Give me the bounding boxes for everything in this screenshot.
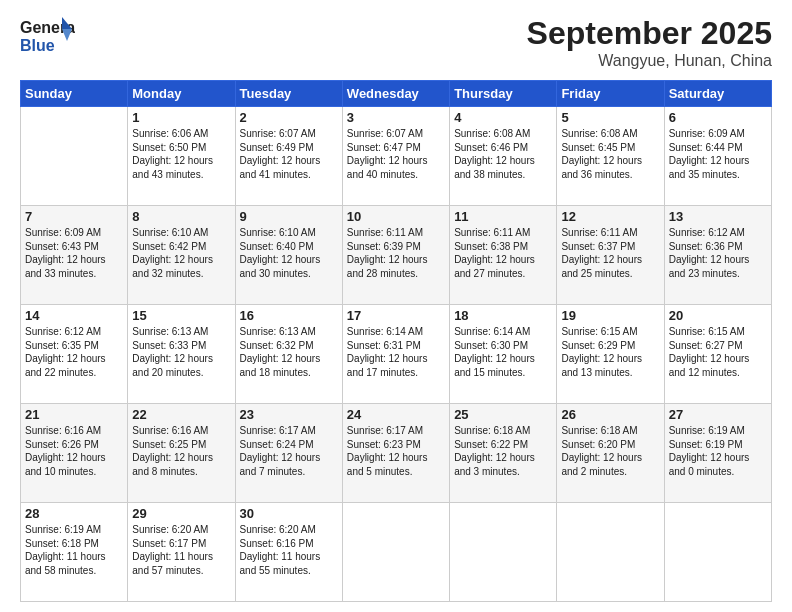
calendar-cell: 6Sunrise: 6:09 AM Sunset: 6:44 PM Daylig…: [664, 107, 771, 206]
day-info: Sunrise: 6:11 AM Sunset: 6:39 PM Dayligh…: [347, 226, 445, 280]
calendar-header-tuesday: Tuesday: [235, 81, 342, 107]
day-number: 27: [669, 407, 767, 422]
calendar-cell: [342, 503, 449, 602]
calendar-header-monday: Monday: [128, 81, 235, 107]
day-info: Sunrise: 6:15 AM Sunset: 6:29 PM Dayligh…: [561, 325, 659, 379]
calendar-table: SundayMondayTuesdayWednesdayThursdayFrid…: [20, 80, 772, 602]
day-number: 3: [347, 110, 445, 125]
day-info: Sunrise: 6:12 AM Sunset: 6:36 PM Dayligh…: [669, 226, 767, 280]
calendar-cell: [557, 503, 664, 602]
calendar-header-wednesday: Wednesday: [342, 81, 449, 107]
calendar-cell: 9Sunrise: 6:10 AM Sunset: 6:40 PM Daylig…: [235, 206, 342, 305]
logo: General Blue: [20, 15, 75, 64]
day-info: Sunrise: 6:09 AM Sunset: 6:43 PM Dayligh…: [25, 226, 123, 280]
calendar-cell: 13Sunrise: 6:12 AM Sunset: 6:36 PM Dayli…: [664, 206, 771, 305]
calendar-cell: [450, 503, 557, 602]
calendar-header-sunday: Sunday: [21, 81, 128, 107]
day-info: Sunrise: 6:17 AM Sunset: 6:24 PM Dayligh…: [240, 424, 338, 478]
calendar-cell: 12Sunrise: 6:11 AM Sunset: 6:37 PM Dayli…: [557, 206, 664, 305]
day-number: 9: [240, 209, 338, 224]
calendar-week-row: 14Sunrise: 6:12 AM Sunset: 6:35 PM Dayli…: [21, 305, 772, 404]
day-info: Sunrise: 6:16 AM Sunset: 6:25 PM Dayligh…: [132, 424, 230, 478]
calendar-week-row: 21Sunrise: 6:16 AM Sunset: 6:26 PM Dayli…: [21, 404, 772, 503]
day-number: 1: [132, 110, 230, 125]
day-number: 22: [132, 407, 230, 422]
day-number: 6: [669, 110, 767, 125]
calendar-cell: 2Sunrise: 6:07 AM Sunset: 6:49 PM Daylig…: [235, 107, 342, 206]
calendar-cell: 7Sunrise: 6:09 AM Sunset: 6:43 PM Daylig…: [21, 206, 128, 305]
day-number: 10: [347, 209, 445, 224]
day-number: 19: [561, 308, 659, 323]
calendar-cell: 20Sunrise: 6:15 AM Sunset: 6:27 PM Dayli…: [664, 305, 771, 404]
day-number: 28: [25, 506, 123, 521]
day-info: Sunrise: 6:18 AM Sunset: 6:20 PM Dayligh…: [561, 424, 659, 478]
day-info: Sunrise: 6:19 AM Sunset: 6:18 PM Dayligh…: [25, 523, 123, 577]
day-info: Sunrise: 6:07 AM Sunset: 6:47 PM Dayligh…: [347, 127, 445, 181]
calendar-header-thursday: Thursday: [450, 81, 557, 107]
calendar-cell: 14Sunrise: 6:12 AM Sunset: 6:35 PM Dayli…: [21, 305, 128, 404]
calendar-week-row: 28Sunrise: 6:19 AM Sunset: 6:18 PM Dayli…: [21, 503, 772, 602]
day-info: Sunrise: 6:13 AM Sunset: 6:32 PM Dayligh…: [240, 325, 338, 379]
day-info: Sunrise: 6:14 AM Sunset: 6:31 PM Dayligh…: [347, 325, 445, 379]
calendar-cell: 29Sunrise: 6:20 AM Sunset: 6:17 PM Dayli…: [128, 503, 235, 602]
header: General Blue September 2025 Wangyue, Hun…: [20, 15, 772, 70]
calendar-cell: [664, 503, 771, 602]
calendar-cell: 27Sunrise: 6:19 AM Sunset: 6:19 PM Dayli…: [664, 404, 771, 503]
day-number: 14: [25, 308, 123, 323]
day-info: Sunrise: 6:16 AM Sunset: 6:26 PM Dayligh…: [25, 424, 123, 478]
day-info: Sunrise: 6:20 AM Sunset: 6:17 PM Dayligh…: [132, 523, 230, 577]
calendar-cell: 11Sunrise: 6:11 AM Sunset: 6:38 PM Dayli…: [450, 206, 557, 305]
day-info: Sunrise: 6:12 AM Sunset: 6:35 PM Dayligh…: [25, 325, 123, 379]
day-info: Sunrise: 6:18 AM Sunset: 6:22 PM Dayligh…: [454, 424, 552, 478]
calendar-cell: 18Sunrise: 6:14 AM Sunset: 6:30 PM Dayli…: [450, 305, 557, 404]
svg-text:Blue: Blue: [20, 37, 55, 54]
calendar-cell: 25Sunrise: 6:18 AM Sunset: 6:22 PM Dayli…: [450, 404, 557, 503]
calendar-cell: 28Sunrise: 6:19 AM Sunset: 6:18 PM Dayli…: [21, 503, 128, 602]
day-info: Sunrise: 6:09 AM Sunset: 6:44 PM Dayligh…: [669, 127, 767, 181]
day-number: 11: [454, 209, 552, 224]
day-number: 24: [347, 407, 445, 422]
day-info: Sunrise: 6:19 AM Sunset: 6:19 PM Dayligh…: [669, 424, 767, 478]
day-number: 20: [669, 308, 767, 323]
calendar-cell: 1Sunrise: 6:06 AM Sunset: 6:50 PM Daylig…: [128, 107, 235, 206]
calendar-cell: 26Sunrise: 6:18 AM Sunset: 6:20 PM Dayli…: [557, 404, 664, 503]
day-number: 29: [132, 506, 230, 521]
day-number: 5: [561, 110, 659, 125]
calendar-cell: 10Sunrise: 6:11 AM Sunset: 6:39 PM Dayli…: [342, 206, 449, 305]
day-number: 8: [132, 209, 230, 224]
day-info: Sunrise: 6:06 AM Sunset: 6:50 PM Dayligh…: [132, 127, 230, 181]
calendar-cell: 3Sunrise: 6:07 AM Sunset: 6:47 PM Daylig…: [342, 107, 449, 206]
day-number: 17: [347, 308, 445, 323]
calendar-cell: 16Sunrise: 6:13 AM Sunset: 6:32 PM Dayli…: [235, 305, 342, 404]
calendar-header-row: SundayMondayTuesdayWednesdayThursdayFrid…: [21, 81, 772, 107]
day-info: Sunrise: 6:15 AM Sunset: 6:27 PM Dayligh…: [669, 325, 767, 379]
day-info: Sunrise: 6:10 AM Sunset: 6:42 PM Dayligh…: [132, 226, 230, 280]
day-info: Sunrise: 6:08 AM Sunset: 6:46 PM Dayligh…: [454, 127, 552, 181]
calendar-cell: 19Sunrise: 6:15 AM Sunset: 6:29 PM Dayli…: [557, 305, 664, 404]
day-number: 21: [25, 407, 123, 422]
calendar-week-row: 7Sunrise: 6:09 AM Sunset: 6:43 PM Daylig…: [21, 206, 772, 305]
calendar-week-row: 1Sunrise: 6:06 AM Sunset: 6:50 PM Daylig…: [21, 107, 772, 206]
calendar-cell: 15Sunrise: 6:13 AM Sunset: 6:33 PM Dayli…: [128, 305, 235, 404]
day-number: 12: [561, 209, 659, 224]
calendar-cell: 30Sunrise: 6:20 AM Sunset: 6:16 PM Dayli…: [235, 503, 342, 602]
day-number: 26: [561, 407, 659, 422]
day-info: Sunrise: 6:14 AM Sunset: 6:30 PM Dayligh…: [454, 325, 552, 379]
calendar-cell: 4Sunrise: 6:08 AM Sunset: 6:46 PM Daylig…: [450, 107, 557, 206]
calendar-header-friday: Friday: [557, 81, 664, 107]
calendar-cell: [21, 107, 128, 206]
day-info: Sunrise: 6:07 AM Sunset: 6:49 PM Dayligh…: [240, 127, 338, 181]
day-number: 4: [454, 110, 552, 125]
day-number: 16: [240, 308, 338, 323]
title-block: September 2025 Wangyue, Hunan, China: [527, 15, 772, 70]
day-number: 18: [454, 308, 552, 323]
calendar-cell: 23Sunrise: 6:17 AM Sunset: 6:24 PM Dayli…: [235, 404, 342, 503]
day-number: 13: [669, 209, 767, 224]
page-subtitle: Wangyue, Hunan, China: [527, 52, 772, 70]
day-number: 7: [25, 209, 123, 224]
day-info: Sunrise: 6:11 AM Sunset: 6:37 PM Dayligh…: [561, 226, 659, 280]
page-title: September 2025: [527, 15, 772, 52]
page: General Blue September 2025 Wangyue, Hun…: [0, 0, 792, 612]
calendar-cell: 17Sunrise: 6:14 AM Sunset: 6:31 PM Dayli…: [342, 305, 449, 404]
day-info: Sunrise: 6:10 AM Sunset: 6:40 PM Dayligh…: [240, 226, 338, 280]
